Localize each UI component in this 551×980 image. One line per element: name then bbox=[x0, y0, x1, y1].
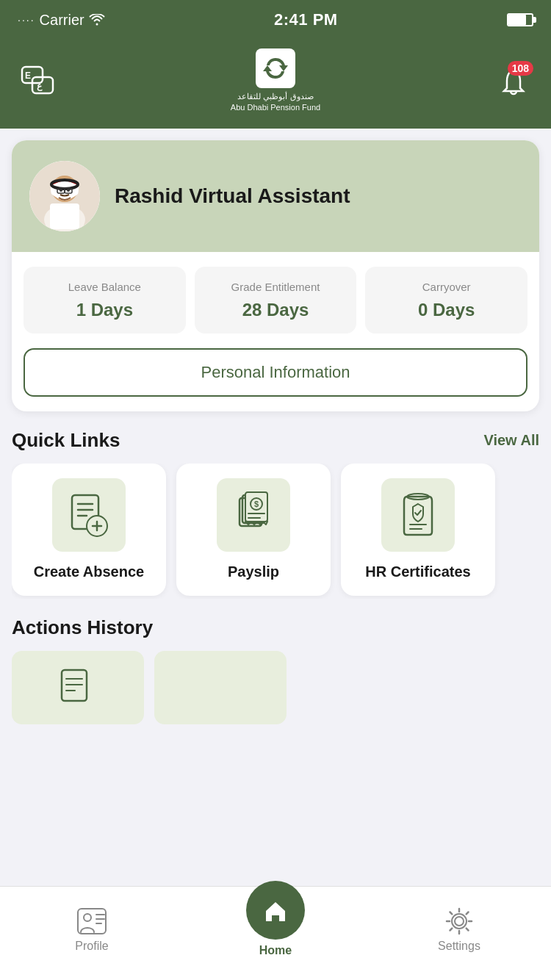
translate-icon[interactable]: E ع bbox=[18, 61, 57, 101]
nav-item-profile[interactable]: Profile bbox=[0, 907, 184, 953]
profile-card-body: Leave Balance 1 Days Grade Entitlement 2… bbox=[12, 252, 539, 412]
actions-history-section: Actions History bbox=[12, 616, 539, 724]
stat-carryover: Carryover 0 Days bbox=[365, 267, 527, 334]
view-all-link[interactable]: View All bbox=[483, 432, 539, 449]
actions-history-title: Actions History bbox=[12, 616, 153, 639]
stat-grade-entitlement: Grade Entitlement 28 Days bbox=[195, 267, 357, 334]
svg-text:E: E bbox=[25, 71, 31, 81]
payslip-icon: $ bbox=[228, 489, 279, 541]
translate-icon-svg: E ع bbox=[18, 61, 57, 101]
create-absence-icon bbox=[63, 489, 115, 541]
profile-name: Rashid Virtual Assistant bbox=[115, 184, 350, 208]
profile-nav-label: Profile bbox=[75, 940, 108, 953]
hr-certificates-label: HR Certificates bbox=[365, 562, 470, 581]
quick-links-section: Quick Links View All bbox=[12, 429, 539, 599]
create-absence-icon-bg bbox=[52, 478, 126, 552]
bottom-nav: Profile Home Settings bbox=[0, 886, 551, 980]
svg-point-11 bbox=[60, 189, 62, 192]
quick-link-payslip[interactable]: $ Payslip bbox=[176, 464, 331, 596]
logo-icon bbox=[256, 48, 295, 88]
logo-svg bbox=[261, 54, 290, 83]
payslip-icon-bg: $ bbox=[217, 478, 290, 552]
svg-text:ع: ع bbox=[37, 81, 43, 91]
actions-preview bbox=[12, 651, 539, 724]
profile-card-header: Rashid Virtual Assistant bbox=[12, 140, 539, 252]
home-nav-label: Home bbox=[259, 944, 292, 957]
action-icon-1 bbox=[56, 666, 100, 710]
profile-card: Rashid Virtual Assistant Leave Balance 1… bbox=[12, 140, 539, 412]
hr-certificates-icon-bg bbox=[381, 478, 455, 552]
stats-row: Leave Balance 1 Days Grade Entitlement 2… bbox=[24, 267, 527, 334]
create-absence-label: Create Absence bbox=[34, 562, 144, 581]
quick-links-row: Create Absence $ bbox=[12, 464, 539, 599]
status-time: 2:41 PM bbox=[274, 10, 338, 29]
leave-balance-label: Leave Balance bbox=[32, 280, 177, 295]
logo-text: صندوق أبوظبي للتقاعد Abu Dhabi Pension F… bbox=[231, 91, 320, 114]
avatar-svg bbox=[29, 161, 100, 231]
svg-rect-8 bbox=[50, 203, 79, 229]
profile-nav-icon bbox=[76, 907, 107, 935]
payslip-label: Payslip bbox=[228, 562, 279, 581]
status-bar: ···· Carrier 2:41 PM bbox=[0, 0, 551, 40]
wifi-icon bbox=[89, 14, 105, 26]
quick-link-hr-certificates[interactable]: HR Certificates bbox=[341, 464, 495, 596]
leave-balance-value: 1 Days bbox=[32, 300, 177, 320]
settings-nav-label: Settings bbox=[438, 940, 480, 953]
quick-links-title: Quick Links bbox=[12, 429, 120, 452]
notification-count: 108 bbox=[508, 61, 533, 76]
header: E ع صندوق أبوظبي للتقاعد Abu Dhabi Pensi… bbox=[0, 40, 551, 129]
actions-history-header: Actions History bbox=[12, 616, 539, 639]
status-battery bbox=[507, 13, 533, 26]
carryover-value: 0 Days bbox=[374, 300, 519, 320]
grade-entitlement-value: 28 Days bbox=[204, 300, 348, 320]
nav-item-home[interactable]: Home bbox=[184, 903, 367, 957]
svg-point-12 bbox=[67, 189, 70, 192]
quick-links-header: Quick Links View All bbox=[12, 429, 539, 452]
home-nav-icon bbox=[262, 896, 289, 924]
app-logo: صندوق أبوظبي للتقاعد Abu Dhabi Pension F… bbox=[231, 48, 320, 114]
action-card-2 bbox=[154, 651, 287, 724]
status-carrier: ···· Carrier bbox=[18, 12, 105, 29]
notification-button[interactable]: 108 bbox=[494, 61, 533, 101]
main-content: Rashid Virtual Assistant Leave Balance 1… bbox=[0, 129, 551, 840]
svg-point-38 bbox=[84, 914, 91, 921]
quick-link-create-absence[interactable]: Create Absence bbox=[12, 464, 166, 596]
avatar bbox=[29, 161, 100, 231]
home-nav-button[interactable] bbox=[246, 881, 305, 940]
stat-leave-balance: Leave Balance 1 Days bbox=[24, 267, 186, 334]
nav-item-settings[interactable]: Settings bbox=[367, 907, 551, 953]
action-card-1 bbox=[12, 651, 144, 724]
hr-certificates-icon bbox=[392, 489, 444, 541]
settings-nav-icon bbox=[445, 907, 473, 935]
carryover-label: Carryover bbox=[374, 280, 519, 295]
personal-info-button[interactable]: Personal Information bbox=[24, 348, 527, 397]
grade-entitlement-label: Grade Entitlement bbox=[204, 280, 348, 295]
svg-point-42 bbox=[455, 917, 464, 926]
svg-text:$: $ bbox=[254, 500, 259, 508]
